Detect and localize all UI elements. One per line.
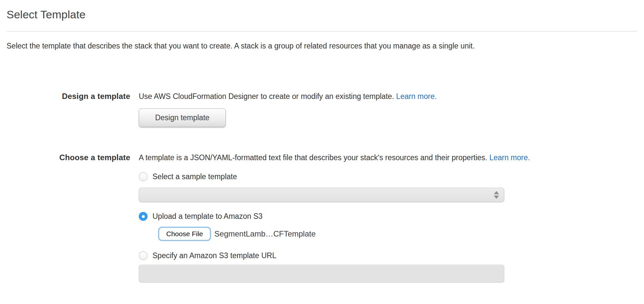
design-template-description: Use AWS CloudFormation Designer to creat… [139, 91, 637, 102]
design-template-label: Design a template [7, 91, 130, 101]
choose-learn-more-link[interactable]: Learn more. [489, 153, 530, 162]
select-template-page: Select Template Select the template that… [0, 0, 644, 282]
sample-template-select[interactable] [139, 188, 504, 202]
choose-template-content: A template is a JSON/YAML-formatted text… [139, 152, 637, 283]
page-title: Select Template [7, 8, 637, 21]
radio-label-s3-url[interactable]: Specify an Amazon S3 template URL [152, 251, 276, 260]
radio-option-sample-template[interactable]: Select a sample template [139, 172, 637, 181]
header-divider [7, 31, 637, 31]
radio-label-upload-s3[interactable]: Upload a template to Amazon S3 [152, 212, 262, 221]
radio-option-upload-s3[interactable]: Upload a template to Amazon S3 [139, 212, 637, 221]
design-template-row: Design a template Use AWS CloudFormation… [7, 91, 637, 127]
choose-template-description: A template is a JSON/YAML-formatted text… [139, 152, 637, 163]
page-description: Select the template that describes the s… [7, 41, 637, 51]
selected-file-name: SegmentLamb…CFTemplate [214, 229, 315, 238]
radio-label-sample-template[interactable]: Select a sample template [152, 172, 237, 181]
select-stepper-icon [494, 191, 499, 199]
choose-template-row: Choose a template A template is a JSON/Y… [7, 152, 637, 283]
choose-file-button[interactable]: Choose File [159, 228, 210, 240]
design-description-text: Use AWS CloudFormation Designer to creat… [139, 92, 394, 101]
design-template-content: Use AWS CloudFormation Designer to creat… [139, 91, 637, 127]
s3-template-url-input[interactable] [139, 265, 504, 282]
choose-template-label: Choose a template [7, 152, 130, 162]
choose-description-text: A template is a JSON/YAML-formatted text… [139, 153, 487, 162]
design-template-button[interactable]: Design template [139, 108, 226, 127]
radio-button-s3-url[interactable] [139, 251, 148, 260]
arrow-down-icon [494, 196, 499, 199]
radio-button-upload-s3[interactable] [139, 212, 148, 221]
arrow-up-icon [494, 191, 499, 194]
file-upload-row: Choose File SegmentLamb…CFTemplate [159, 228, 637, 240]
radio-button-sample-template[interactable] [139, 172, 148, 181]
design-learn-more-link[interactable]: Learn more. [396, 92, 437, 101]
radio-option-s3-url[interactable]: Specify an Amazon S3 template URL [139, 251, 637, 260]
